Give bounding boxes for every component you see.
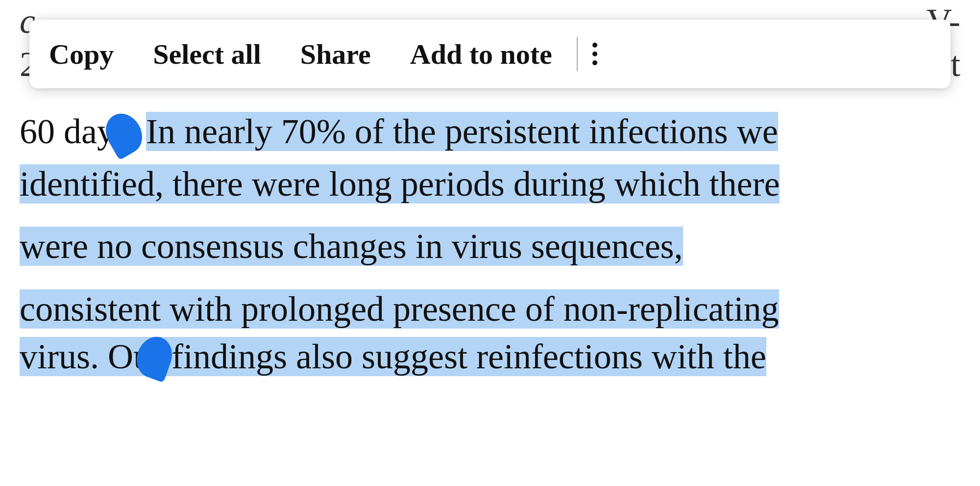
paragraph-gap-2 xyxy=(20,271,960,285)
page-content: c V- 2 st Copy Select all Share Add to n… xyxy=(0,0,980,486)
selected-text-3: were no consensus changes in virus seque… xyxy=(20,227,683,266)
dot-icon-2 xyxy=(592,51,597,56)
selected-text-block: 60 days. In nearly 70% of the persistent… xyxy=(20,108,960,381)
dot-icon-3 xyxy=(592,60,597,65)
selected-text-2: identified, there were long periods duri… xyxy=(20,164,780,204)
selected-text-5: virus. Our findings also suggest reinfec… xyxy=(20,337,766,376)
add-to-note-button[interactable]: Add to note xyxy=(391,38,572,71)
text-line-4: consistent with prolonged presence of no… xyxy=(20,285,960,333)
text-line-3: were no consensus changes in virus seque… xyxy=(20,223,960,270)
select-all-button[interactable]: Select all xyxy=(133,38,281,71)
text-line-2: identified, there were long periods duri… xyxy=(20,160,960,208)
share-button[interactable]: Share xyxy=(281,38,391,71)
dot-icon-1 xyxy=(592,43,597,48)
selected-text-4: consistent with prolonged presence of no… xyxy=(20,289,779,329)
text-line-1: 60 days. In nearly 70% of the persistent… xyxy=(20,108,960,155)
context-menu: Copy Select all Share Add to note xyxy=(29,20,951,88)
selected-text-1: In nearly 70% of the persistent infectio… xyxy=(146,112,778,151)
menu-divider xyxy=(577,37,578,71)
paragraph-gap-1 xyxy=(20,208,960,223)
copy-button[interactable]: Copy xyxy=(49,38,133,71)
more-options-button[interactable] xyxy=(583,43,607,65)
